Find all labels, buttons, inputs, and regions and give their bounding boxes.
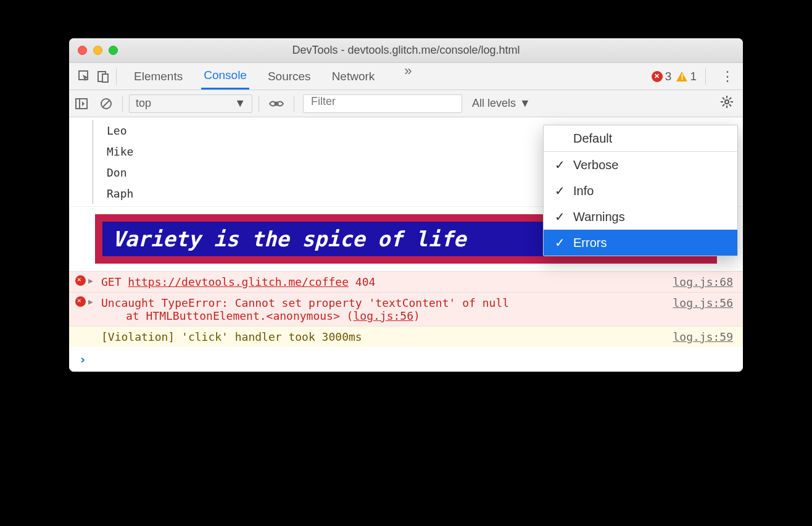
maximize-window-button[interactable] (109, 46, 118, 55)
live-expression-icon[interactable] (263, 99, 290, 109)
error-url[interactable]: https://devtools.glitch.me/coffee (128, 275, 349, 288)
console-settings-icon[interactable] (711, 96, 743, 111)
clear-console-icon[interactable] (94, 98, 118, 110)
levels-menu-verbose[interactable]: Verbose (544, 152, 737, 178)
svg-rect-2 (102, 74, 108, 82)
error-count-badge[interactable]: 3 (652, 70, 672, 83)
divider (116, 69, 117, 85)
tab-network[interactable]: Network (329, 63, 378, 90)
console-error-row[interactable]: ▶ GET https://devtools.glitch.me/coffee … (69, 271, 743, 292)
warning-icon (676, 72, 687, 81)
toggle-sidebar-icon[interactable] (69, 98, 94, 109)
svg-line-15 (723, 104, 724, 106)
menu-item-label: Errors (573, 236, 607, 250)
disclosure-triangle-icon[interactable]: ▶ (88, 297, 93, 306)
settings-menu-button[interactable]: ⋮ (715, 73, 740, 80)
context-label: top (136, 97, 151, 110)
stack-prefix: at HTMLButtonElement.<anonymous> ( (126, 309, 353, 322)
levels-label: All levels (472, 97, 516, 110)
titlebar: DevTools - devtools.glitch.me/console/lo… (69, 38, 743, 63)
filter-input[interactable] (303, 94, 462, 113)
console-error-row[interactable]: ▶ Uncaught TypeError: Cannot set propert… (69, 292, 743, 326)
chevron-down-icon: ▼ (520, 97, 531, 110)
minimize-window-button[interactable] (93, 46, 102, 55)
error-count: 3 (665, 70, 672, 83)
warning-count-badge[interactable]: 1 (676, 70, 697, 83)
stack-suffix: ) (413, 309, 420, 322)
svg-line-16 (729, 98, 731, 99)
log-levels-menu: Default Verbose Info Warnings Errors (543, 125, 738, 256)
menu-item-label: Warnings (573, 210, 625, 224)
console-violation-row[interactable]: [Violation] 'click' handler took 3000ms … (69, 326, 743, 347)
svg-line-13 (723, 98, 724, 99)
execution-context-select[interactable]: top ▼ (129, 94, 252, 113)
main-tabbar: Elements Console Sources Network » 3 1 ⋮ (69, 63, 743, 90)
svg-point-8 (725, 100, 729, 104)
http-method: GET (101, 275, 122, 288)
device-toolbar-icon[interactable] (94, 70, 112, 83)
tab-sources[interactable]: Sources (265, 63, 313, 90)
divider (294, 96, 294, 112)
error-icon (75, 275, 86, 286)
console-prompt[interactable]: › (69, 347, 743, 372)
svg-rect-3 (76, 99, 87, 109)
levels-menu-warnings[interactable]: Warnings (544, 204, 737, 230)
source-link[interactable]: log.js:59 (673, 330, 733, 343)
tab-elements[interactable]: Elements (131, 63, 185, 90)
chevron-down-icon: ▼ (234, 97, 246, 110)
svg-line-14 (729, 104, 731, 106)
source-link[interactable]: log.js:68 (673, 275, 733, 288)
log-levels-select[interactable]: All levels ▼ (467, 97, 536, 110)
filter-textfield[interactable] (311, 95, 454, 108)
more-tabs-button[interactable]: » (404, 63, 412, 90)
levels-menu-default[interactable]: Default (544, 125, 737, 151)
inspect-element-icon[interactable] (75, 70, 94, 83)
close-window-button[interactable] (78, 46, 87, 55)
window-title: DevTools - devtools.glitch.me/console/lo… (69, 44, 743, 57)
disclosure-triangle-icon[interactable]: ▶ (88, 276, 93, 285)
violation-message: [Violation] 'click' handler took 3000ms (101, 330, 666, 343)
traffic-lights (69, 46, 118, 55)
menu-item-label: Verbose (573, 158, 618, 172)
source-link[interactable]: log.js:56 (673, 296, 733, 309)
levels-menu-errors[interactable]: Errors (544, 230, 737, 256)
devtools-window: DevTools - devtools.glitch.me/console/lo… (69, 38, 743, 372)
menu-item-label: Default (573, 132, 612, 146)
http-status: 404 (355, 275, 376, 288)
menu-item-label: Info (573, 184, 594, 198)
tab-console[interactable]: Console (201, 63, 249, 90)
panel-tabs: Elements Console Sources Network » (131, 63, 412, 90)
warning-count: 1 (690, 70, 697, 83)
error-icon (75, 296, 86, 307)
divider (705, 69, 706, 85)
console-toolbar: top ▼ All levels ▼ (69, 90, 743, 117)
divider (122, 96, 123, 112)
svg-line-6 (102, 100, 110, 107)
divider (259, 96, 259, 112)
error-icon (652, 71, 663, 82)
svg-point-7 (275, 101, 279, 106)
error-message: Uncaught TypeError: Cannot set property … (101, 296, 666, 309)
source-link[interactable]: log.js:56 (353, 309, 413, 322)
levels-menu-info[interactable]: Info (544, 178, 737, 204)
